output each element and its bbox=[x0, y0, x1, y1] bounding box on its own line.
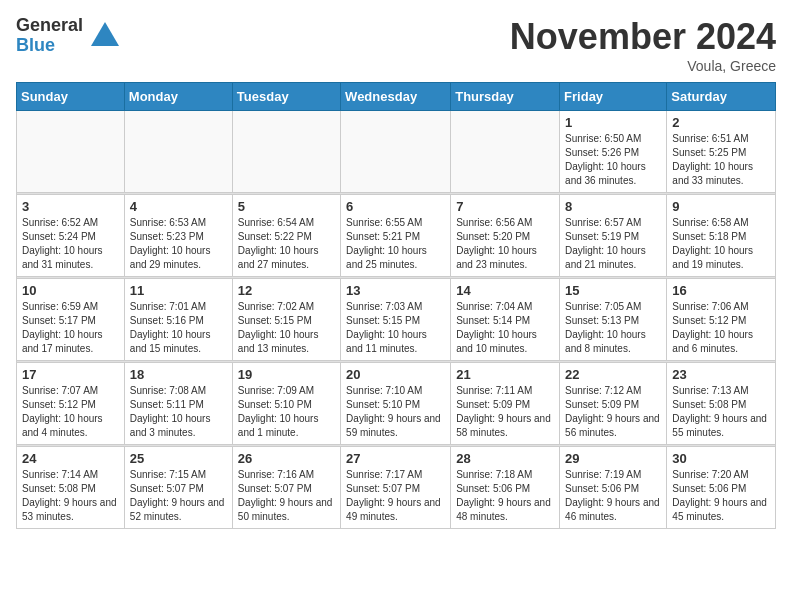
day-info: Sunrise: 6:58 AMSunset: 5:18 PMDaylight:… bbox=[672, 216, 770, 272]
day-cell bbox=[17, 111, 125, 193]
day-number: 8 bbox=[565, 199, 661, 214]
day-info: Sunrise: 7:14 AMSunset: 5:08 PMDaylight:… bbox=[22, 468, 119, 524]
day-info: Sunrise: 6:52 AMSunset: 5:24 PMDaylight:… bbox=[22, 216, 119, 272]
day-number: 2 bbox=[672, 115, 770, 130]
day-cell: 6Sunrise: 6:55 AMSunset: 5:21 PMDaylight… bbox=[341, 195, 451, 277]
day-cell: 18Sunrise: 7:08 AMSunset: 5:11 PMDayligh… bbox=[124, 363, 232, 445]
location: Voula, Greece bbox=[510, 58, 776, 74]
day-cell: 27Sunrise: 7:17 AMSunset: 5:07 PMDayligh… bbox=[341, 447, 451, 529]
day-cell: 30Sunrise: 7:20 AMSunset: 5:06 PMDayligh… bbox=[667, 447, 776, 529]
day-cell: 22Sunrise: 7:12 AMSunset: 5:09 PMDayligh… bbox=[560, 363, 667, 445]
logo-blue-text: Blue bbox=[16, 36, 83, 56]
day-info: Sunrise: 7:05 AMSunset: 5:13 PMDaylight:… bbox=[565, 300, 661, 356]
column-header-wednesday: Wednesday bbox=[341, 83, 451, 111]
day-cell: 17Sunrise: 7:07 AMSunset: 5:12 PMDayligh… bbox=[17, 363, 125, 445]
day-number: 16 bbox=[672, 283, 770, 298]
day-cell: 12Sunrise: 7:02 AMSunset: 5:15 PMDayligh… bbox=[232, 279, 340, 361]
day-cell: 1Sunrise: 6:50 AMSunset: 5:26 PMDaylight… bbox=[560, 111, 667, 193]
day-info: Sunrise: 7:13 AMSunset: 5:08 PMDaylight:… bbox=[672, 384, 770, 440]
day-info: Sunrise: 7:08 AMSunset: 5:11 PMDaylight:… bbox=[130, 384, 227, 440]
title-section: November 2024 Voula, Greece bbox=[510, 16, 776, 74]
day-info: Sunrise: 7:12 AMSunset: 5:09 PMDaylight:… bbox=[565, 384, 661, 440]
day-number: 5 bbox=[238, 199, 335, 214]
day-cell: 20Sunrise: 7:10 AMSunset: 5:10 PMDayligh… bbox=[341, 363, 451, 445]
column-header-friday: Friday bbox=[560, 83, 667, 111]
day-cell bbox=[124, 111, 232, 193]
day-number: 17 bbox=[22, 367, 119, 382]
day-number: 6 bbox=[346, 199, 445, 214]
logo: General Blue bbox=[16, 16, 123, 56]
day-number: 26 bbox=[238, 451, 335, 466]
day-cell: 7Sunrise: 6:56 AMSunset: 5:20 PMDaylight… bbox=[451, 195, 560, 277]
calendar-table: SundayMondayTuesdayWednesdayThursdayFrid… bbox=[16, 82, 776, 529]
day-info: Sunrise: 7:02 AMSunset: 5:15 PMDaylight:… bbox=[238, 300, 335, 356]
day-info: Sunrise: 7:17 AMSunset: 5:07 PMDaylight:… bbox=[346, 468, 445, 524]
week-row-3: 10Sunrise: 6:59 AMSunset: 5:17 PMDayligh… bbox=[17, 279, 776, 361]
day-number: 24 bbox=[22, 451, 119, 466]
day-number: 1 bbox=[565, 115, 661, 130]
day-cell: 24Sunrise: 7:14 AMSunset: 5:08 PMDayligh… bbox=[17, 447, 125, 529]
day-number: 19 bbox=[238, 367, 335, 382]
day-cell: 8Sunrise: 6:57 AMSunset: 5:19 PMDaylight… bbox=[560, 195, 667, 277]
day-number: 9 bbox=[672, 199, 770, 214]
day-cell: 4Sunrise: 6:53 AMSunset: 5:23 PMDaylight… bbox=[124, 195, 232, 277]
day-info: Sunrise: 6:56 AMSunset: 5:20 PMDaylight:… bbox=[456, 216, 554, 272]
day-info: Sunrise: 7:15 AMSunset: 5:07 PMDaylight:… bbox=[130, 468, 227, 524]
week-row-4: 17Sunrise: 7:07 AMSunset: 5:12 PMDayligh… bbox=[17, 363, 776, 445]
day-info: Sunrise: 7:20 AMSunset: 5:06 PMDaylight:… bbox=[672, 468, 770, 524]
week-row-1: 1Sunrise: 6:50 AMSunset: 5:26 PMDaylight… bbox=[17, 111, 776, 193]
day-cell: 26Sunrise: 7:16 AMSunset: 5:07 PMDayligh… bbox=[232, 447, 340, 529]
day-info: Sunrise: 6:57 AMSunset: 5:19 PMDaylight:… bbox=[565, 216, 661, 272]
day-info: Sunrise: 7:19 AMSunset: 5:06 PMDaylight:… bbox=[565, 468, 661, 524]
day-number: 14 bbox=[456, 283, 554, 298]
day-info: Sunrise: 7:09 AMSunset: 5:10 PMDaylight:… bbox=[238, 384, 335, 440]
day-number: 28 bbox=[456, 451, 554, 466]
day-cell: 19Sunrise: 7:09 AMSunset: 5:10 PMDayligh… bbox=[232, 363, 340, 445]
day-cell: 16Sunrise: 7:06 AMSunset: 5:12 PMDayligh… bbox=[667, 279, 776, 361]
day-cell: 25Sunrise: 7:15 AMSunset: 5:07 PMDayligh… bbox=[124, 447, 232, 529]
day-info: Sunrise: 6:51 AMSunset: 5:25 PMDaylight:… bbox=[672, 132, 770, 188]
day-info: Sunrise: 7:10 AMSunset: 5:10 PMDaylight:… bbox=[346, 384, 445, 440]
day-number: 12 bbox=[238, 283, 335, 298]
day-number: 13 bbox=[346, 283, 445, 298]
day-info: Sunrise: 7:18 AMSunset: 5:06 PMDaylight:… bbox=[456, 468, 554, 524]
day-cell: 14Sunrise: 7:04 AMSunset: 5:14 PMDayligh… bbox=[451, 279, 560, 361]
day-cell: 2Sunrise: 6:51 AMSunset: 5:25 PMDaylight… bbox=[667, 111, 776, 193]
day-number: 30 bbox=[672, 451, 770, 466]
day-info: Sunrise: 7:06 AMSunset: 5:12 PMDaylight:… bbox=[672, 300, 770, 356]
day-cell: 29Sunrise: 7:19 AMSunset: 5:06 PMDayligh… bbox=[560, 447, 667, 529]
day-number: 3 bbox=[22, 199, 119, 214]
day-info: Sunrise: 7:07 AMSunset: 5:12 PMDaylight:… bbox=[22, 384, 119, 440]
day-number: 7 bbox=[456, 199, 554, 214]
page-header: General Blue November 2024 Voula, Greece bbox=[16, 16, 776, 74]
column-header-thursday: Thursday bbox=[451, 83, 560, 111]
day-cell: 23Sunrise: 7:13 AMSunset: 5:08 PMDayligh… bbox=[667, 363, 776, 445]
column-header-tuesday: Tuesday bbox=[232, 83, 340, 111]
column-header-monday: Monday bbox=[124, 83, 232, 111]
day-info: Sunrise: 6:59 AMSunset: 5:17 PMDaylight:… bbox=[22, 300, 119, 356]
day-number: 10 bbox=[22, 283, 119, 298]
logo-icon bbox=[87, 18, 123, 54]
logo-general-text: General bbox=[16, 16, 83, 36]
day-info: Sunrise: 6:54 AMSunset: 5:22 PMDaylight:… bbox=[238, 216, 335, 272]
day-cell: 28Sunrise: 7:18 AMSunset: 5:06 PMDayligh… bbox=[451, 447, 560, 529]
day-info: Sunrise: 6:50 AMSunset: 5:26 PMDaylight:… bbox=[565, 132, 661, 188]
day-number: 4 bbox=[130, 199, 227, 214]
day-number: 21 bbox=[456, 367, 554, 382]
day-number: 18 bbox=[130, 367, 227, 382]
day-number: 23 bbox=[672, 367, 770, 382]
day-cell bbox=[451, 111, 560, 193]
svg-marker-0 bbox=[91, 22, 119, 46]
day-info: Sunrise: 6:53 AMSunset: 5:23 PMDaylight:… bbox=[130, 216, 227, 272]
day-info: Sunrise: 7:04 AMSunset: 5:14 PMDaylight:… bbox=[456, 300, 554, 356]
day-number: 11 bbox=[130, 283, 227, 298]
month-title: November 2024 bbox=[510, 16, 776, 58]
column-header-sunday: Sunday bbox=[17, 83, 125, 111]
week-row-2: 3Sunrise: 6:52 AMSunset: 5:24 PMDaylight… bbox=[17, 195, 776, 277]
day-cell: 11Sunrise: 7:01 AMSunset: 5:16 PMDayligh… bbox=[124, 279, 232, 361]
day-info: Sunrise: 7:16 AMSunset: 5:07 PMDaylight:… bbox=[238, 468, 335, 524]
day-number: 29 bbox=[565, 451, 661, 466]
day-info: Sunrise: 6:55 AMSunset: 5:21 PMDaylight:… bbox=[346, 216, 445, 272]
day-info: Sunrise: 7:01 AMSunset: 5:16 PMDaylight:… bbox=[130, 300, 227, 356]
day-cell: 9Sunrise: 6:58 AMSunset: 5:18 PMDaylight… bbox=[667, 195, 776, 277]
